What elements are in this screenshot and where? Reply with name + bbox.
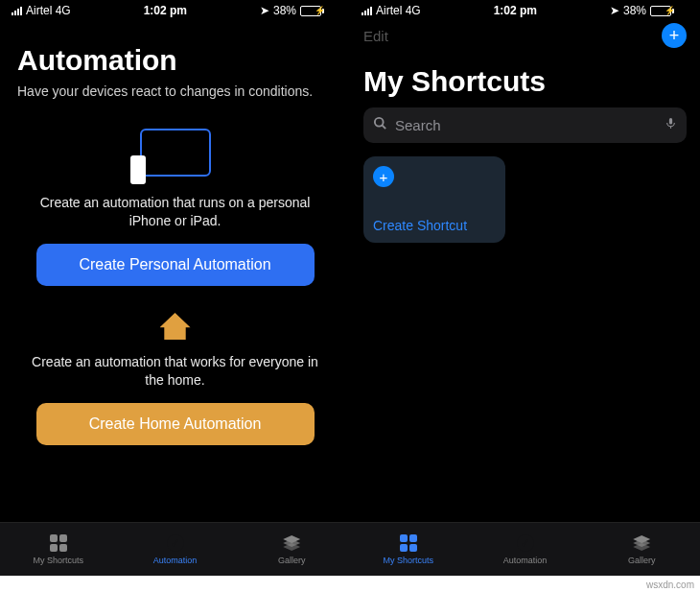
gallery-icon [283, 535, 300, 551]
signal-icon [12, 6, 22, 15]
svg-point-0 [375, 118, 384, 127]
plus-icon: + [373, 166, 394, 187]
create-shortcut-card[interactable]: + Create Shortcut [363, 156, 505, 243]
tab-automation[interactable]: ✓ Automation [117, 523, 234, 576]
status-bar: Airtel 4G 1:02 pm ➤ 38% ⚡ [350, 0, 700, 19]
charging-icon: ⚡ [665, 6, 675, 15]
search-icon [373, 116, 387, 134]
create-shortcut-label: Create Shortcut [373, 218, 496, 233]
home-icon [160, 313, 191, 340]
personal-automation-description: Create an automation that runs on a pers… [17, 194, 333, 230]
tab-gallery[interactable]: Gallery [583, 523, 700, 576]
search-input[interactable] [395, 117, 657, 133]
page-title: My Shortcuts [350, 65, 700, 98]
automation-screen: Airtel 4G 1:02 pm ➤ 38% ⚡ Automation Hav… [0, 0, 350, 576]
svg-line-1 [382, 125, 385, 129]
add-shortcut-button[interactable]: + [662, 23, 687, 48]
location-icon: ➤ [610, 4, 619, 17]
battery-percent: 38% [623, 4, 646, 17]
location-icon: ➤ [260, 4, 269, 17]
clock-label: 1:02 pm [494, 4, 537, 17]
tab-label: Automation [153, 556, 198, 565]
gallery-icon [633, 535, 650, 551]
home-automation-section: Create an automation that works for ever… [17, 313, 333, 445]
tab-my-shortcuts[interactable]: My Shortcuts [0, 523, 117, 576]
microphone-icon[interactable] [665, 115, 677, 135]
tab-bar: My Shortcuts ✓ Automation Gallery [0, 522, 350, 576]
status-bar: Airtel 4G 1:02 pm ➤ 38% ⚡ [0, 0, 350, 19]
tab-label: Gallery [628, 556, 656, 565]
personal-automation-section: Create an automation that runs on a pers… [17, 129, 333, 286]
automation-icon: ✓ [167, 534, 184, 552]
svg-rect-2 [669, 118, 672, 124]
charging-icon: ⚡ [315, 6, 325, 15]
battery-percent: 38% [273, 4, 296, 17]
page-subtitle: Have your devices react to changes in co… [17, 83, 333, 100]
tab-label: Gallery [278, 556, 306, 565]
signal-icon [362, 6, 372, 15]
create-home-automation-button[interactable]: Create Home Automation [36, 403, 315, 445]
tab-gallery[interactable]: Gallery [233, 523, 350, 576]
tab-label: My Shortcuts [384, 556, 434, 565]
tab-label: Automation [503, 556, 548, 565]
carrier-label: Airtel 4G [376, 4, 421, 17]
watermark: wsxdn.com [646, 580, 694, 590]
create-personal-automation-button[interactable]: Create Personal Automation [36, 244, 315, 286]
automation-icon: ✓ [517, 534, 534, 552]
tab-automation[interactable]: ✓ Automation [467, 523, 584, 576]
grid-icon [50, 534, 67, 552]
search-bar[interactable] [363, 107, 687, 143]
tab-my-shortcuts[interactable]: My Shortcuts [350, 523, 467, 576]
my-shortcuts-screen: Airtel 4G 1:02 pm ➤ 38% ⚡ Edit + My Shor… [350, 0, 700, 576]
tab-label: My Shortcuts [34, 556, 84, 565]
edit-button[interactable]: Edit [363, 28, 388, 44]
clock-label: 1:02 pm [144, 4, 187, 17]
devices-icon [140, 129, 211, 180]
tab-bar: My Shortcuts ✓ Automation Gallery [350, 522, 700, 576]
carrier-label: Airtel 4G [26, 4, 71, 17]
home-automation-description: Create an automation that works for ever… [17, 353, 333, 390]
grid-icon [400, 534, 417, 552]
page-title: Automation [17, 44, 333, 77]
